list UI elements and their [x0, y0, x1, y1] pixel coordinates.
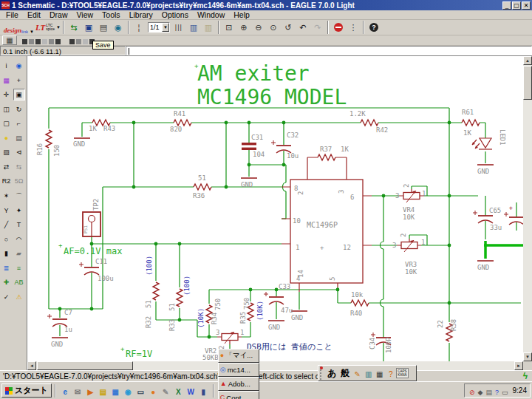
capacitor-partial[interactable] [504, 212, 523, 225]
split-tool[interactable]: Y [1, 205, 13, 216]
firefox-icon[interactable]: ● [148, 386, 159, 398]
app-icon[interactable]: ▮ [198, 386, 209, 398]
name-tool[interactable]: R2 [1, 175, 13, 187]
resistor-r42[interactable] [361, 120, 378, 126]
style-square[interactable] [35, 39, 41, 44]
chevron-down-icon[interactable]: ▼ [162, 23, 169, 32]
menu-edit[interactable]: Edit [23, 10, 45, 19]
tray-shield-icon[interactable]: ◆ [478, 389, 483, 396]
tray-print-icon[interactable]: ▤ [485, 389, 492, 396]
scroll-left-icon[interactable]: ◄ [27, 361, 36, 370]
start-button[interactable]: スタート [1, 383, 52, 398]
mirror-tool[interactable]: ◫ [1, 103, 13, 115]
print-button[interactable]: ▤ [96, 21, 111, 34]
sheet-combo[interactable]: 1/1▼ [148, 22, 170, 33]
help-button[interactable]: ? [366, 21, 381, 34]
scroll-up-icon[interactable]: ▲ [523, 56, 532, 65]
restore-button[interactable]: ▢ [512, 1, 521, 10]
label-tool[interactable]: AB [13, 276, 25, 288]
vscroll-thumb[interactable] [523, 66, 532, 100]
switch-board-button[interactable]: ⇆ [66, 21, 81, 34]
resistor-r36[interactable] [194, 184, 211, 190]
tray-display-icon[interactable]: ▭ [502, 389, 508, 396]
minimize-button[interactable]: _ [502, 1, 511, 10]
erc-tool[interactable]: ✓ [1, 291, 13, 303]
command-line-input[interactable] [126, 46, 532, 55]
menu-help[interactable]: Help [229, 10, 254, 19]
junction-tool[interactable]: ✚ [1, 276, 13, 288]
zoom-out-button[interactable]: ⊖ [251, 21, 266, 34]
led1-symbol[interactable] [472, 138, 492, 149]
potentiometer-vr3[interactable] [401, 240, 417, 252]
save-button[interactable]: ▣ [81, 21, 96, 34]
group-tool[interactable]: ▢ [1, 117, 13, 129]
capacitor-c33[interactable] [264, 292, 284, 304]
resistor-r16[interactable] [46, 130, 52, 148]
browser-icon[interactable]: ◉ [123, 386, 134, 398]
capacitor-c32[interactable] [271, 140, 291, 153]
style-square[interactable] [83, 39, 88, 44]
resistor-r61[interactable] [462, 120, 480, 126]
show-eye-tool[interactable]: ◉ [13, 60, 25, 72]
zoom-redraw-button[interactable]: ↺ [281, 21, 296, 34]
net-tool[interactable]: ≡ [13, 262, 25, 274]
menu-library[interactable]: Library [125, 10, 157, 19]
folder-icon[interactable]: ▤ [98, 386, 109, 398]
capacitor-c31[interactable] [242, 143, 256, 150]
horizontal-scrollbar[interactable]: ◄ ► [27, 361, 523, 370]
polygon-tool[interactable]: ▰ [13, 248, 25, 259]
ime-help-icon[interactable]: ? [385, 369, 396, 380]
style-square[interactable] [76, 39, 81, 44]
wire-tool[interactable]: ╱ [1, 219, 13, 231]
close-button[interactable]: ✕ [522, 1, 531, 10]
resistor-r33[interactable] [177, 289, 183, 307]
menu-options[interactable]: Options [157, 10, 193, 19]
task-mc14[interactable]: ◎mc14... [218, 363, 259, 377]
traffic-light-button[interactable]: ⋮ [346, 21, 361, 34]
menu-file[interactable]: File [1, 10, 23, 19]
ime-dict-icon[interactable]: ▥ [363, 369, 374, 380]
pinswap-tool[interactable]: ⇄ [1, 161, 13, 173]
ime-caps-kana-button[interactable]: CAPSKANA [396, 368, 408, 378]
style-square[interactable] [29, 39, 34, 44]
resistor-r41[interactable] [174, 120, 191, 126]
word-icon[interactable]: W [185, 386, 197, 398]
task-my[interactable]: ●「マイ... [218, 349, 259, 363]
copy-tool[interactable]: ▣ [13, 89, 25, 100]
ltspice-button[interactable]: LTLTCspice▼ [35, 23, 61, 32]
circle-tool[interactable]: ○ [1, 233, 13, 245]
ime-pad-icon[interactable]: ▦ [374, 369, 385, 380]
menu-view[interactable]: View [72, 10, 98, 19]
cam-button[interactable]: ◉ [111, 21, 126, 34]
ime-toolbar[interactable]: あ 般 ✎▥▦? CAPSKANA [318, 365, 417, 381]
draw-icon[interactable]: ✎ [160, 386, 171, 398]
marker-button[interactable]: ¦ [132, 21, 146, 34]
zoom-in-button[interactable]: ⊕ [236, 21, 251, 34]
undo-button[interactable]: ↶ [296, 21, 310, 34]
style-square[interactable] [42, 39, 47, 44]
arc-tool[interactable]: ◠ [13, 233, 25, 245]
design-link-button[interactable]: designlink▼ [2, 21, 35, 34]
style-square[interactable] [55, 39, 61, 44]
ime-mode-hiragana[interactable]: あ [325, 367, 338, 380]
delete-tool[interactable]: ▨ [1, 146, 13, 158]
excel-icon[interactable]: X [173, 386, 184, 398]
info-tool[interactable]: i [1, 60, 13, 72]
monitor-icon[interactable]: ▭ [135, 386, 146, 398]
desktop-icon[interactable]: ▦ [110, 386, 121, 398]
ie-icon[interactable]: e [60, 386, 71, 398]
menu-tools[interactable]: Tools [98, 10, 125, 19]
rotate-tool[interactable]: ↻ [13, 103, 25, 115]
change-wrench-tool[interactable]: ⌐ [13, 117, 25, 129]
value-tool[interactable]: 5Ω [13, 175, 25, 187]
display-layers-tool[interactable]: ▦ [1, 75, 13, 86]
bus-tool[interactable]: ≣ [1, 262, 13, 274]
move-tool[interactable]: ✛ [1, 89, 13, 100]
menu-draw[interactable]: Draw [45, 10, 72, 19]
scroll-down-icon[interactable]: ▼ [523, 352, 532, 361]
errors-warning-tool[interactable]: ⚠ [13, 291, 25, 303]
schematic-canvas[interactable]: AM exiterMC1496 MODEL+R161501KR43GNDR418… [27, 56, 523, 361]
cut-tool[interactable]: ● [1, 132, 13, 144]
stop-button[interactable] [331, 21, 346, 34]
tray-help-icon[interactable]: ? [495, 389, 499, 396]
